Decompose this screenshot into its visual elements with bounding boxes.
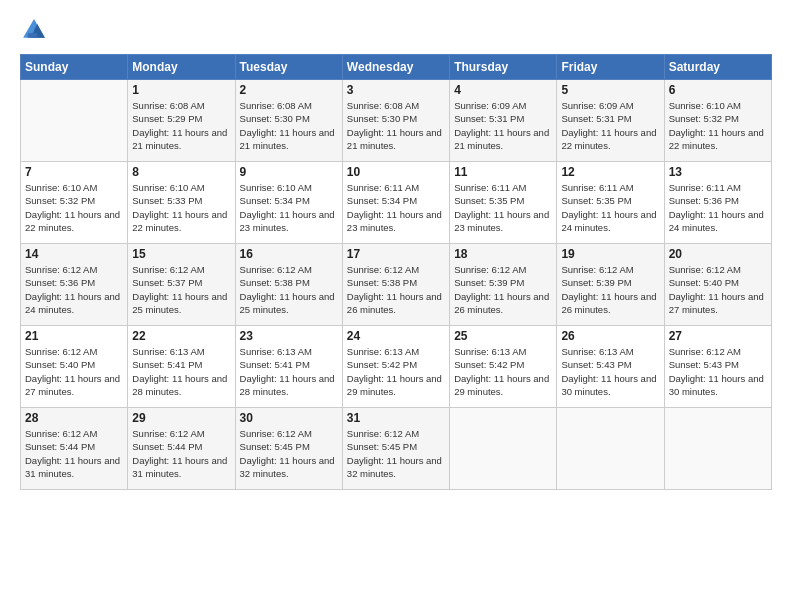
calendar-week-2: 7Sunrise: 6:10 AMSunset: 5:32 PMDaylight…: [21, 162, 772, 244]
day-number: 3: [347, 83, 445, 97]
day-info: Sunrise: 6:09 AMSunset: 5:31 PMDaylight:…: [454, 99, 552, 152]
day-number: 19: [561, 247, 659, 261]
calendar-week-3: 14Sunrise: 6:12 AMSunset: 5:36 PMDayligh…: [21, 244, 772, 326]
day-info: Sunrise: 6:11 AMSunset: 5:36 PMDaylight:…: [669, 181, 767, 234]
day-info: Sunrise: 6:11 AMSunset: 5:35 PMDaylight:…: [454, 181, 552, 234]
calendar-cell: 9Sunrise: 6:10 AMSunset: 5:34 PMDaylight…: [235, 162, 342, 244]
calendar-cell: 6Sunrise: 6:10 AMSunset: 5:32 PMDaylight…: [664, 80, 771, 162]
day-number: 27: [669, 329, 767, 343]
calendar-week-1: 1Sunrise: 6:08 AMSunset: 5:29 PMDaylight…: [21, 80, 772, 162]
day-info: Sunrise: 6:13 AMSunset: 5:43 PMDaylight:…: [561, 345, 659, 398]
calendar-cell: 31Sunrise: 6:12 AMSunset: 5:45 PMDayligh…: [342, 408, 449, 490]
day-number: 15: [132, 247, 230, 261]
day-info: Sunrise: 6:12 AMSunset: 5:37 PMDaylight:…: [132, 263, 230, 316]
day-number: 5: [561, 83, 659, 97]
calendar-header-monday: Monday: [128, 55, 235, 80]
day-number: 20: [669, 247, 767, 261]
day-number: 9: [240, 165, 338, 179]
day-number: 1: [132, 83, 230, 97]
day-number: 25: [454, 329, 552, 343]
day-info: Sunrise: 6:09 AMSunset: 5:31 PMDaylight:…: [561, 99, 659, 152]
day-info: Sunrise: 6:10 AMSunset: 5:33 PMDaylight:…: [132, 181, 230, 234]
calendar-header-saturday: Saturday: [664, 55, 771, 80]
calendar-cell: 15Sunrise: 6:12 AMSunset: 5:37 PMDayligh…: [128, 244, 235, 326]
day-number: 21: [25, 329, 123, 343]
calendar-cell: 3Sunrise: 6:08 AMSunset: 5:30 PMDaylight…: [342, 80, 449, 162]
day-info: Sunrise: 6:12 AMSunset: 5:44 PMDaylight:…: [132, 427, 230, 480]
calendar-cell: 18Sunrise: 6:12 AMSunset: 5:39 PMDayligh…: [450, 244, 557, 326]
calendar-cell: [557, 408, 664, 490]
day-info: Sunrise: 6:12 AMSunset: 5:36 PMDaylight:…: [25, 263, 123, 316]
calendar-cell: [450, 408, 557, 490]
svg-rect-2: [28, 33, 37, 38]
day-number: 10: [347, 165, 445, 179]
calendar-cell: 13Sunrise: 6:11 AMSunset: 5:36 PMDayligh…: [664, 162, 771, 244]
day-info: Sunrise: 6:12 AMSunset: 5:43 PMDaylight:…: [669, 345, 767, 398]
calendar-cell: 21Sunrise: 6:12 AMSunset: 5:40 PMDayligh…: [21, 326, 128, 408]
day-number: 8: [132, 165, 230, 179]
calendar-cell: 1Sunrise: 6:08 AMSunset: 5:29 PMDaylight…: [128, 80, 235, 162]
day-number: 26: [561, 329, 659, 343]
calendar-cell: 29Sunrise: 6:12 AMSunset: 5:44 PMDayligh…: [128, 408, 235, 490]
day-info: Sunrise: 6:08 AMSunset: 5:30 PMDaylight:…: [347, 99, 445, 152]
day-info: Sunrise: 6:11 AMSunset: 5:34 PMDaylight:…: [347, 181, 445, 234]
day-number: 30: [240, 411, 338, 425]
calendar-cell: 10Sunrise: 6:11 AMSunset: 5:34 PMDayligh…: [342, 162, 449, 244]
day-number: 31: [347, 411, 445, 425]
calendar-header-wednesday: Wednesday: [342, 55, 449, 80]
calendar-cell: 19Sunrise: 6:12 AMSunset: 5:39 PMDayligh…: [557, 244, 664, 326]
day-info: Sunrise: 6:12 AMSunset: 5:40 PMDaylight:…: [669, 263, 767, 316]
day-number: 2: [240, 83, 338, 97]
logo: [20, 16, 52, 44]
day-info: Sunrise: 6:12 AMSunset: 5:39 PMDaylight:…: [454, 263, 552, 316]
calendar-header-sunday: Sunday: [21, 55, 128, 80]
day-number: 28: [25, 411, 123, 425]
calendar-cell: 5Sunrise: 6:09 AMSunset: 5:31 PMDaylight…: [557, 80, 664, 162]
day-number: 29: [132, 411, 230, 425]
day-number: 16: [240, 247, 338, 261]
calendar-header-row: SundayMondayTuesdayWednesdayThursdayFrid…: [21, 55, 772, 80]
calendar-week-5: 28Sunrise: 6:12 AMSunset: 5:44 PMDayligh…: [21, 408, 772, 490]
day-info: Sunrise: 6:10 AMSunset: 5:32 PMDaylight:…: [669, 99, 767, 152]
calendar-cell: 20Sunrise: 6:12 AMSunset: 5:40 PMDayligh…: [664, 244, 771, 326]
day-number: 11: [454, 165, 552, 179]
day-number: 23: [240, 329, 338, 343]
day-info: Sunrise: 6:10 AMSunset: 5:32 PMDaylight:…: [25, 181, 123, 234]
day-number: 24: [347, 329, 445, 343]
calendar-cell: 22Sunrise: 6:13 AMSunset: 5:41 PMDayligh…: [128, 326, 235, 408]
calendar-cell: 8Sunrise: 6:10 AMSunset: 5:33 PMDaylight…: [128, 162, 235, 244]
day-number: 17: [347, 247, 445, 261]
calendar-cell: 11Sunrise: 6:11 AMSunset: 5:35 PMDayligh…: [450, 162, 557, 244]
calendar-header-friday: Friday: [557, 55, 664, 80]
day-info: Sunrise: 6:13 AMSunset: 5:42 PMDaylight:…: [454, 345, 552, 398]
calendar-cell: 4Sunrise: 6:09 AMSunset: 5:31 PMDaylight…: [450, 80, 557, 162]
day-info: Sunrise: 6:12 AMSunset: 5:45 PMDaylight:…: [240, 427, 338, 480]
day-info: Sunrise: 6:13 AMSunset: 5:42 PMDaylight:…: [347, 345, 445, 398]
calendar-cell: 30Sunrise: 6:12 AMSunset: 5:45 PMDayligh…: [235, 408, 342, 490]
day-number: 13: [669, 165, 767, 179]
day-info: Sunrise: 6:12 AMSunset: 5:44 PMDaylight:…: [25, 427, 123, 480]
day-info: Sunrise: 6:08 AMSunset: 5:29 PMDaylight:…: [132, 99, 230, 152]
logo-icon: [20, 16, 48, 44]
day-info: Sunrise: 6:13 AMSunset: 5:41 PMDaylight:…: [132, 345, 230, 398]
day-number: 12: [561, 165, 659, 179]
day-info: Sunrise: 6:12 AMSunset: 5:40 PMDaylight:…: [25, 345, 123, 398]
day-info: Sunrise: 6:10 AMSunset: 5:34 PMDaylight:…: [240, 181, 338, 234]
calendar-header-tuesday: Tuesday: [235, 55, 342, 80]
calendar-header-thursday: Thursday: [450, 55, 557, 80]
day-info: Sunrise: 6:12 AMSunset: 5:45 PMDaylight:…: [347, 427, 445, 480]
calendar-cell: [21, 80, 128, 162]
header: [20, 16, 772, 44]
day-number: 18: [454, 247, 552, 261]
calendar-table: SundayMondayTuesdayWednesdayThursdayFrid…: [20, 54, 772, 490]
calendar-cell: 28Sunrise: 6:12 AMSunset: 5:44 PMDayligh…: [21, 408, 128, 490]
calendar-cell: 16Sunrise: 6:12 AMSunset: 5:38 PMDayligh…: [235, 244, 342, 326]
day-number: 14: [25, 247, 123, 261]
day-info: Sunrise: 6:11 AMSunset: 5:35 PMDaylight:…: [561, 181, 659, 234]
day-info: Sunrise: 6:12 AMSunset: 5:38 PMDaylight:…: [347, 263, 445, 316]
calendar-week-4: 21Sunrise: 6:12 AMSunset: 5:40 PMDayligh…: [21, 326, 772, 408]
calendar-cell: 26Sunrise: 6:13 AMSunset: 5:43 PMDayligh…: [557, 326, 664, 408]
calendar-cell: 27Sunrise: 6:12 AMSunset: 5:43 PMDayligh…: [664, 326, 771, 408]
day-info: Sunrise: 6:12 AMSunset: 5:38 PMDaylight:…: [240, 263, 338, 316]
calendar-cell: 24Sunrise: 6:13 AMSunset: 5:42 PMDayligh…: [342, 326, 449, 408]
